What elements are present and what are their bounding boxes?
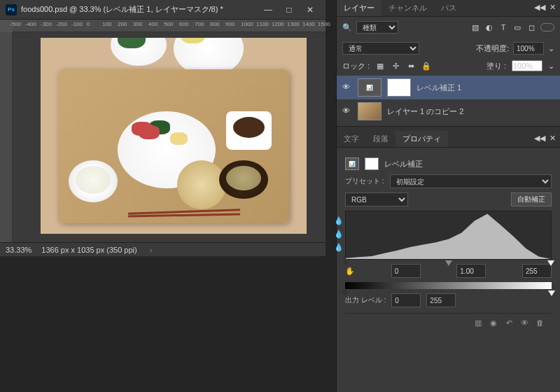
chevron-down-icon[interactable]: ⌄ — [548, 44, 554, 53]
tab-layers[interactable]: レイヤー — [337, 0, 382, 16]
layer-row[interactable]: 👁 レイヤー 1 のコピー 2 — [337, 99, 560, 123]
shadow-slider[interactable] — [342, 260, 349, 266]
lock-label: ロック : — [342, 61, 370, 71]
eyedropper-gray-icon[interactable]: 💧 — [334, 230, 344, 239]
filter-toggle-icon[interactable] — [540, 23, 554, 31]
titlebar[interactable]: Ps foods000.psd @ 33.3% (レベル補正 1, レイヤーマス… — [0, 0, 326, 20]
panel-collapse-icon[interactable]: ◀◀ — [534, 3, 545, 12]
highlight-slider[interactable] — [547, 260, 554, 266]
highlights-input[interactable] — [522, 264, 552, 278]
lock-artboard-icon[interactable]: ⬌ — [406, 61, 416, 71]
preset-select[interactable]: 初期設定 — [390, 174, 552, 188]
mask-icon[interactable] — [365, 158, 379, 170]
output-white-input[interactable] — [426, 293, 456, 307]
blend-mode-select[interactable]: 通常 — [342, 42, 419, 55]
levels-icon: 📊 — [345, 158, 359, 170]
panel-menu-icon[interactable]: ✕ — [550, 3, 556, 12]
output-label: 出力 レベル : — [345, 295, 386, 305]
zoom-display[interactable]: 33.33% — [6, 246, 31, 254]
visibility-icon[interactable]: 👁 — [342, 106, 352, 116]
search-icon[interactable]: 🔍 — [342, 23, 352, 32]
document-window: Ps foods000.psd @ 33.3% (レベル補正 1, レイヤーマス… — [0, 0, 326, 256]
filter-adjust-icon[interactable]: ◐ — [484, 22, 494, 32]
preset-label: プリセット : — [345, 176, 384, 186]
statusbar: 33.33% 1366 px x 1035 px (350 ppi) › — [0, 242, 326, 256]
midtone-slider[interactable] — [445, 260, 452, 266]
layer-name[interactable]: レベル補正 1 — [416, 83, 461, 93]
layers-panel-tabs: レイヤー チャンネル パス — [337, 0, 560, 17]
output-gradient[interactable] — [345, 282, 552, 289]
eyedropper-white-icon[interactable]: 💧 — [334, 243, 344, 252]
layer-thumbnail[interactable] — [358, 102, 382, 120]
tab-channels[interactable]: チャンネル — [382, 0, 434, 16]
opacity-input[interactable] — [513, 42, 544, 55]
filter-smart-icon[interactable]: ◻ — [526, 22, 536, 32]
opacity-label: 不透明度: — [476, 43, 509, 54]
output-white-slider[interactable] — [548, 290, 555, 296]
lock-pixels-icon[interactable]: ▦ — [375, 61, 385, 71]
app-icon: Ps — [6, 4, 17, 15]
layer-thumbnail[interactable]: 📊 — [358, 78, 382, 97]
midtones-input[interactable] — [456, 264, 486, 278]
layer-name[interactable]: レイヤー 1 のコピー 2 — [387, 106, 463, 117]
minimize-button[interactable]: — — [258, 3, 278, 17]
tab-paragraph[interactable]: 段落 — [366, 131, 396, 147]
fill-label: 塗り : — [486, 61, 506, 71]
auto-button[interactable]: 自動補正 — [511, 192, 552, 206]
visibility-icon[interactable]: 👁 — [342, 83, 352, 92]
chevron-down-icon[interactable]: ⌄ — [548, 62, 554, 71]
filter-text-icon[interactable]: T — [498, 22, 508, 32]
panel-menu-icon[interactable]: ✕ — [550, 134, 556, 143]
output-black-input[interactable] — [391, 293, 421, 307]
tab-properties[interactable]: プロパティ — [396, 131, 448, 147]
layer-row[interactable]: 👁 📊 レベル補正 1 — [337, 76, 560, 99]
adjustment-title: レベル補正 — [384, 159, 423, 169]
levels-hand-icon[interactable]: ✋ — [345, 267, 355, 276]
canvas[interactable] — [41, 38, 307, 234]
channel-select[interactable]: RGB — [345, 192, 408, 206]
chevron-right-icon[interactable]: › — [150, 246, 153, 254]
histogram[interactable] — [345, 211, 552, 260]
reset-icon[interactable]: ↶ — [504, 318, 514, 328]
ruler-horizontal[interactable]: -500-400-300-200-10001002003004005006007… — [13, 20, 326, 32]
layers-panel: ◀◀✕ レイヤー チャンネル パス 🔍 種類 ▧ ◐ T ▭ ◻ 通常 不透明度… — [337, 0, 560, 127]
lock-position-icon[interactable]: ✢ — [391, 61, 400, 71]
shadows-input[interactable] — [391, 264, 421, 278]
output-black-slider[interactable] — [342, 290, 349, 296]
document-title: foods000.psd @ 33.3% (レベル補正 1, レイヤーマスク/8… — [21, 4, 258, 15]
panel-collapse-icon[interactable]: ◀◀ — [534, 134, 545, 143]
properties-panel: ◀◀✕ 文字 段落 プロパティ 📊 レベル補正 プリセット : 初期設定 RGB — [337, 131, 560, 392]
tab-character[interactable]: 文字 — [337, 131, 366, 147]
dimensions-display: 1366 px x 1035 px (350 ppi) — [41, 246, 136, 254]
filter-image-icon[interactable]: ▧ — [470, 22, 480, 32]
visibility-icon[interactable]: 👁 — [519, 318, 529, 328]
tab-paths[interactable]: パス — [434, 0, 463, 16]
trash-icon[interactable]: 🗑 — [535, 318, 545, 328]
layer-list: 👁 📊 レベル補正 1 👁 レイヤー 1 のコピー 2 — [337, 73, 560, 126]
clip-icon[interactable]: ▥ — [473, 318, 483, 328]
previous-icon[interactable]: ◉ — [489, 318, 498, 328]
ruler-vertical[interactable] — [0, 32, 13, 242]
maximize-button[interactable]: □ — [279, 3, 299, 17]
fill-input[interactable] — [512, 60, 542, 71]
filter-shape-icon[interactable]: ▭ — [512, 22, 522, 32]
layer-mask-thumbnail[interactable] — [387, 78, 411, 97]
lock-all-icon[interactable]: 🔒 — [421, 61, 431, 71]
layer-filter-select[interactable]: 種類 — [356, 21, 398, 34]
close-button[interactable]: ✕ — [300, 3, 320, 17]
eyedropper-black-icon[interactable]: 💧 — [334, 216, 344, 225]
